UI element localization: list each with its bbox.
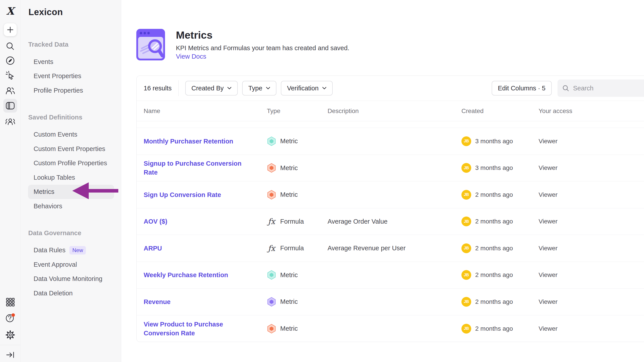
row-type-label: Metric xyxy=(280,325,298,332)
sidebar-item-metrics[interactable]: Metrics xyxy=(28,185,114,199)
row-name-link[interactable]: ARPU xyxy=(144,244,267,253)
filter-button-created-by[interactable]: Created By xyxy=(185,81,238,96)
sidebar-section: Data Governance Data Rules New Event App… xyxy=(28,226,121,301)
row-type-label: Metric xyxy=(280,298,298,305)
sidebar-item-profile-properties[interactable]: Profile Properties xyxy=(28,83,114,98)
row-name-link[interactable]: Weekly Purchase Retention xyxy=(144,270,267,279)
filter-button-verification[interactable]: Verification xyxy=(281,81,333,96)
row-name-link[interactable]: AOV ($) xyxy=(144,217,267,226)
sidebar-item-event-approval[interactable]: Event Approval xyxy=(28,257,114,272)
table-row[interactable]: Monthly Purchaser Retention Metric JB 3 … xyxy=(136,128,644,155)
metric-hexagon-icon xyxy=(267,136,276,146)
sidebar-item-label: Metrics xyxy=(34,188,54,195)
row-type-label: Metric xyxy=(280,138,298,145)
grid-icon xyxy=(6,298,15,307)
metric-hexagon-icon xyxy=(267,297,276,307)
row-name-link[interactable]: View Product to Purchase Conversion Rate xyxy=(144,320,267,338)
sidebar-item-label: Events xyxy=(34,58,53,65)
row-access-label: Viewer xyxy=(538,298,644,305)
search-box[interactable] xyxy=(558,79,644,97)
row-created-cell: JB 3 months ago xyxy=(462,163,538,173)
row-created-label: 2 months ago xyxy=(475,271,513,279)
table-row[interactable]: Revenue Metric JB 2 months ago Viewer xyxy=(136,289,644,315)
lexicon-nav-button[interactable] xyxy=(5,101,15,111)
filter-button-label: Type xyxy=(248,85,262,92)
sidebar-item-event-properties[interactable]: Event Properties xyxy=(28,69,114,83)
sidebar-item-custom-events[interactable]: Custom Events xyxy=(28,128,114,142)
sidebar-item-data-deletion[interactable]: Data Deletion xyxy=(28,286,114,301)
sidebar-item-behaviors[interactable]: Behaviors xyxy=(28,199,114,213)
settings-button[interactable] xyxy=(5,330,15,340)
column-header-description[interactable]: Description xyxy=(328,108,462,115)
row-name-link[interactable]: Revenue xyxy=(144,297,267,306)
row-name-link[interactable]: Monthly Purchaser Retention xyxy=(144,137,267,146)
sidebar-item-custom-event-properties[interactable]: Custom Event Properties xyxy=(28,142,114,156)
sidebar-section: Tracked Data Events Event Properties Pro… xyxy=(28,37,121,98)
filter-buttons: Created By Type Verification xyxy=(185,81,333,96)
search-icon xyxy=(562,85,569,92)
mixpanel-logo-icon[interactable]: X xyxy=(5,6,15,16)
row-created-label: 3 months ago xyxy=(475,164,513,172)
sidebar-section-header: Tracked Data xyxy=(28,37,121,51)
apps-grid-button[interactable] xyxy=(5,297,15,307)
table-row[interactable]: AOV ($) ƒx Formula Average Order Value J… xyxy=(136,208,644,235)
table-row[interactable]: Sign Up Conversion Rate Metric JB 2 mont… xyxy=(136,181,644,208)
edit-columns-button[interactable]: Edit Columns · 5 xyxy=(492,81,552,96)
row-type-label: Metric xyxy=(280,271,298,279)
row-name-link[interactable]: Sign Up Conversion Rate xyxy=(144,190,267,199)
row-access-label: Viewer xyxy=(538,218,644,225)
main-content: Metrics KPI Metrics and Formulas your te… xyxy=(121,0,644,362)
sidebar-item-label: Custom Event Properties xyxy=(34,145,105,153)
creator-avatar: JB xyxy=(462,190,471,200)
sidebar-item-custom-profile-properties[interactable]: Custom Profile Properties xyxy=(28,156,114,171)
help-button[interactable] xyxy=(5,313,15,323)
view-docs-link[interactable]: View Docs xyxy=(176,53,206,60)
spark-cursor-icon xyxy=(6,71,15,80)
results-count: 16 results xyxy=(144,85,172,92)
row-created-cell: JB 2 months ago xyxy=(462,297,538,307)
row-type-label: Formula xyxy=(280,218,304,225)
creator-avatar: JB xyxy=(462,243,471,253)
sidebar-item-data-rules[interactable]: Data Rules New xyxy=(28,243,114,258)
sign-out-button[interactable] xyxy=(5,350,15,360)
metric-hexagon-icon xyxy=(267,324,276,334)
row-type-cell: Metric xyxy=(267,270,328,280)
create-plus-button[interactable] xyxy=(4,23,17,36)
column-header-type[interactable]: Type xyxy=(267,108,328,115)
creator-avatar: JB xyxy=(462,324,471,334)
column-header-name[interactable]: Name xyxy=(144,108,267,115)
row-created-label: 2 months ago xyxy=(475,325,513,332)
table-row[interactable]: Signup to Purchase Conversion Rate Metri… xyxy=(136,155,644,182)
table-header-row: NameTypeDescriptionCreatedYour access xyxy=(136,101,644,121)
users-nav-button[interactable] xyxy=(5,86,15,96)
filter-button-type[interactable]: Type xyxy=(242,81,276,96)
table-row[interactable]: ARPU ƒx Formula Average Revenue per User… xyxy=(136,235,644,262)
sidebar-item-label: Data Volume Monitoring xyxy=(34,275,102,283)
table-toolbar: 16 results Created By Type Verification … xyxy=(136,76,644,101)
row-name-link[interactable]: Signup to Purchase Conversion Rate xyxy=(144,159,267,177)
row-created-cell: JB 2 months ago xyxy=(462,216,538,226)
toolbar-divider xyxy=(178,80,178,96)
events-nav-button[interactable] xyxy=(5,70,15,80)
column-header-created[interactable]: Created xyxy=(462,108,538,115)
column-header-your-access[interactable]: Your access xyxy=(538,108,644,115)
row-type-cell: ƒx Formula xyxy=(267,244,328,253)
search-nav-button[interactable] xyxy=(5,41,15,51)
table-row[interactable]: View Product to Purchase Conversion Rate… xyxy=(136,315,644,342)
row-description: Average Revenue per User xyxy=(328,244,462,252)
cohorts-nav-button[interactable] xyxy=(5,117,15,127)
search-input[interactable] xyxy=(573,85,642,92)
row-created-cell: JB 2 months ago xyxy=(462,324,538,334)
row-type-cell: Metric xyxy=(267,163,328,173)
sidebar-item-label: Data Rules xyxy=(34,246,66,254)
filter-button-label: Verification xyxy=(287,85,319,92)
row-created-cell: JB 2 months ago xyxy=(462,190,538,200)
sidebar-item-lookup-tables[interactable]: Lookup Tables xyxy=(28,170,114,185)
sidebar-item-events[interactable]: Events xyxy=(28,55,114,69)
discover-nav-button[interactable] xyxy=(5,56,15,65)
sidebar-item-data-volume-monitoring[interactable]: Data Volume Monitoring xyxy=(28,272,114,286)
row-created-label: 2 months ago xyxy=(475,218,513,225)
metric-hexagon-icon xyxy=(267,270,276,280)
table-row[interactable]: Weekly Purchase Retention Metric JB 2 mo… xyxy=(136,262,644,289)
row-created-label: 2 months ago xyxy=(475,245,513,252)
